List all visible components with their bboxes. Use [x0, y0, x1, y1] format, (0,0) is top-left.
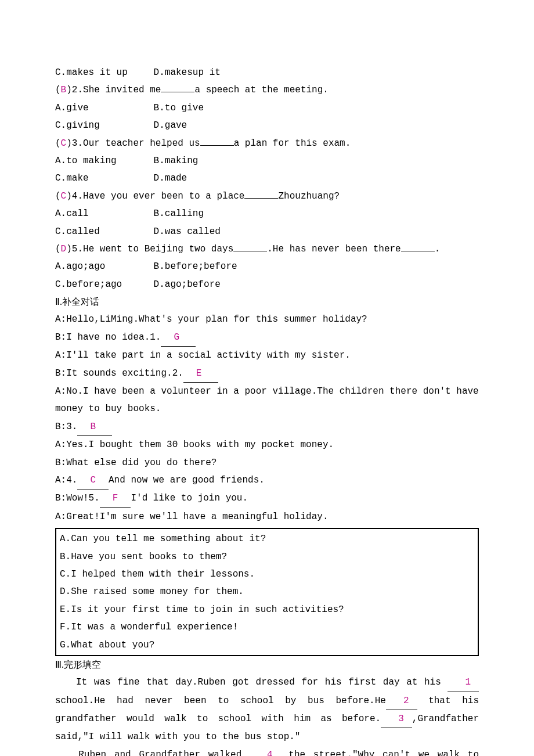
q2-opts-cd: C.giving D.gave [55, 117, 479, 134]
box-c: C.I helped them with their lessons. [60, 566, 474, 583]
q5-d: D.ago;before [154, 276, 221, 293]
dlg-l4a: B:It sounds exciting.2. [55, 368, 183, 379]
p2a: Ruben and Grandfather walked [78, 750, 250, 756]
q3-stem: (C)3.Our teacher helped usa plan for thi… [55, 135, 479, 152]
section2-title: Ⅱ.补全对话 [55, 293, 479, 311]
cloze-b3: 3 [381, 710, 412, 728]
dlg-blank5: F [100, 489, 131, 507]
q5-blank2 [401, 241, 435, 251]
q5-b: B.before;before [154, 258, 237, 275]
dlg-ans4: C [90, 475, 96, 485]
q4-c: C.called [55, 223, 148, 240]
p1a: It was fine that day.Ruben got dressed f… [76, 677, 448, 687]
q4-d: D.was called [154, 223, 221, 240]
q2-b: B.to give [154, 99, 204, 117]
q4-b: B.calling [154, 205, 204, 222]
dlg-ans1: G [174, 332, 179, 343]
q2-opts-ab: A.give B.to give [55, 99, 479, 117]
q5-answer: D [61, 244, 67, 254]
q5-mid: .He has never been there [267, 244, 400, 254]
box-f: F.It was a wonderful experience! [60, 618, 474, 636]
document-page: C.makes it up D.makesup it (B)2.She invi… [0, 0, 534, 756]
dlg-l9a: A:4. [55, 475, 77, 485]
dlg-l7: A:Yes.I bought them 30 books with my poc… [55, 436, 479, 453]
q5-post: . [435, 244, 441, 254]
dlg-l2a: B:I have no idea.1. [55, 332, 161, 343]
dlg-l2: B:I have no idea.1. G [55, 329, 479, 347]
dlg-blank3: B [77, 418, 112, 436]
cloze-b2: 2 [386, 692, 417, 710]
q3-post: a plan for this exam. [234, 138, 351, 149]
q3-a: A.to making [55, 152, 148, 170]
q4-opts-ab: A.call B.calling [55, 205, 479, 222]
dlg-ans5: F [113, 493, 118, 503]
q5-pre: )5.He went to Beijing two days [66, 244, 233, 254]
q4-pre: )4.Have you ever been to a place [66, 191, 244, 201]
q3-c: C.make [55, 170, 148, 187]
dlg-l11: A:Great!I'm sure we'll have a meaningful… [55, 508, 479, 525]
q4-opts-cd: C.called D.was called [55, 223, 479, 240]
box-b: B.Have you sent books to them? [60, 548, 474, 566]
p1b: school.He had never been to school by bu… [55, 696, 386, 706]
dlg-ans3: B [90, 422, 96, 432]
q1-opt-d: D.makesup it [154, 64, 221, 81]
box-d: D.She raised some money for them. [60, 583, 474, 600]
q5-opts-ab: A.ago;ago B.before;before [55, 258, 479, 275]
box-g: G.What about you? [60, 636, 474, 654]
b1: 1 [465, 677, 471, 687]
dlg-l10: B:Wow!5. F I'd like to join you. [55, 489, 479, 507]
q2-post: a speech at the meeting. [194, 85, 328, 95]
box-a: A.Can you tell me something about it? [60, 530, 474, 548]
q3-opts-ab: A.to making B.making [55, 152, 479, 170]
b3: 3 [398, 714, 404, 724]
dlg-blank4: C [77, 471, 109, 489]
q3-answer: C [61, 138, 67, 149]
dlg-l1: A:Hello,LiMing.What's your plan for this… [55, 311, 479, 328]
q4-post: Zhouzhuang? [278, 191, 340, 201]
dlg-l9: A:4. C And now we are good friends. [55, 471, 479, 489]
q2-d: D.gave [154, 117, 187, 134]
q3-d: D.made [154, 170, 187, 187]
dlg-l5: A:No.I have been a volunteer in a poor v… [55, 383, 479, 418]
box-e: E.Is it your first time to join in such … [60, 601, 474, 618]
q5-a: A.ago;ago [55, 258, 148, 275]
cloze-p1: It was fine that day.Ruben got dressed f… [55, 674, 479, 746]
dlg-blank2: E [183, 365, 218, 383]
cloze-b4: 4 [250, 746, 281, 756]
q4-stem: (C)4.Have you ever been to a placeZhouzh… [55, 188, 479, 205]
q4-a: A.call [55, 205, 148, 222]
q1-opt-c: C.makes it up [55, 64, 148, 81]
q5-stem: (D)5.He went to Beijing two days.He has … [55, 240, 479, 258]
q5-blank1 [233, 241, 267, 251]
cloze-p2: Ruben and Grandfather walked 4 the stree… [55, 746, 479, 756]
q2-c: C.giving [55, 117, 148, 134]
dlg-l9b: And now we are good friends. [109, 475, 265, 485]
q4-blank [244, 188, 278, 199]
options-box: A.Can you tell me something about it? B.… [55, 528, 479, 656]
q5-c: C.before;ago [55, 276, 148, 293]
q3-pre: )3.Our teacher helped us [66, 138, 200, 149]
dlg-ans2: E [196, 368, 202, 379]
q3-opts-cd: C.make D.made [55, 170, 479, 187]
dlg-l4: B:It sounds exciting.2. E [55, 365, 479, 383]
dlg-l10b: I'd like to join you. [131, 493, 248, 503]
section3-title: Ⅲ.完形填空 [55, 656, 479, 674]
q2-a: A.give [55, 99, 148, 117]
dlg-blank1: G [161, 329, 196, 347]
q3-b: B.making [154, 152, 199, 170]
q4-answer: C [61, 191, 67, 201]
q1-options-cd: C.makes it up D.makesup it [55, 64, 479, 81]
q2-pre: )2.She invited me [66, 85, 161, 95]
q3-blank [200, 135, 234, 146]
dlg-l10a: B:Wow!5. [55, 493, 100, 503]
dlg-l8: B:What else did you do there? [55, 454, 479, 471]
dlg-l6a: B:3. [55, 422, 77, 432]
dlg-l6: B:3. B [55, 418, 479, 436]
q2-blank [161, 82, 194, 93]
dlg-l3: A:I'll take part in a social activity wi… [55, 347, 479, 364]
b4: 4 [267, 750, 273, 756]
q2-stem: (B)2.She invited mea speech at the meeti… [55, 81, 479, 99]
q2-answer: B [61, 85, 67, 95]
b2: 2 [403, 696, 409, 706]
q5-opts-cd: C.before;ago D.ago;before [55, 276, 479, 293]
